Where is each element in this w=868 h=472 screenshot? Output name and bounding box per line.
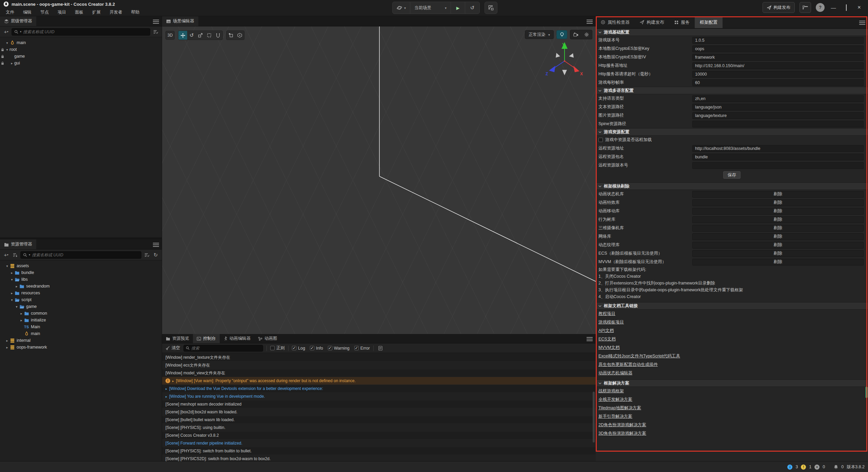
hierarchy-filter-icon[interactable] bbox=[152, 28, 159, 35]
sort-assets-icon[interactable] bbox=[12, 252, 18, 258]
inspector-tab-属性检查器[interactable]: 属性检查器 bbox=[596, 16, 635, 28]
rect-tool-button[interactable] bbox=[205, 31, 214, 40]
link-游戏模板项目[interactable]: 游戏模板项目 bbox=[598, 319, 624, 325]
assets-search[interactable]: ▾ bbox=[20, 251, 141, 259]
remove-module-button[interactable]: 剔除 bbox=[692, 259, 864, 266]
remove-module-button[interactable]: 剔除 bbox=[692, 242, 864, 249]
transform-tool-button[interactable] bbox=[214, 31, 222, 40]
expander-icon[interactable]: ▸ bbox=[14, 284, 19, 288]
scene-viewport[interactable]: 3D ↺ bbox=[162, 26, 596, 334]
expander-icon[interactable]: ▸ bbox=[5, 346, 9, 349]
reload-button[interactable]: ↺ bbox=[465, 2, 479, 14]
console-tab-资源预览[interactable]: 资源预览 bbox=[162, 334, 193, 343]
menu-item-节点[interactable]: 节点 bbox=[36, 9, 53, 15]
console-search-input[interactable] bbox=[191, 346, 261, 351]
filter-checkbox-Error[interactable]: ✓Error bbox=[354, 346, 370, 351]
section-header-docs[interactable]: 框架文档工具链接 bbox=[596, 302, 868, 310]
link-MVVM文档[interactable]: MVVM文档 bbox=[598, 345, 620, 351]
log-row[interactable]: [Scene] [bullet]:bullet wasm lib loaded. bbox=[162, 416, 596, 424]
property-input[interactable]: oops bbox=[692, 45, 864, 52]
assets-menu-icon[interactable] bbox=[153, 242, 159, 248]
search-filter-chevron-icon[interactable]: ▾ bbox=[29, 253, 30, 256]
scene-menu-icon[interactable] bbox=[587, 19, 593, 25]
tree-row-game[interactable]: game bbox=[0, 53, 162, 60]
move-tool-button[interactable] bbox=[178, 31, 187, 40]
link-教程项目[interactable]: 教程项目 bbox=[598, 311, 615, 317]
close-button[interactable]: × bbox=[855, 4, 863, 11]
help-button[interactable]: ? bbox=[816, 3, 825, 12]
property-input[interactable]: 10000 bbox=[692, 71, 864, 78]
log-row[interactable]: [Scene] meshopt wasm decoder initialized bbox=[162, 400, 596, 408]
log-row[interactable]: [Scene] [PHYSICS]: using builtin. bbox=[162, 424, 596, 432]
log-row[interactable]: [Window] ecs文件夹存在 bbox=[162, 361, 596, 369]
hierarchy-tab[interactable]: 层级管理器 bbox=[0, 16, 36, 26]
tree-row-libs[interactable]: ▾libs bbox=[0, 276, 162, 283]
info-count-icon[interactable]: i bbox=[787, 465, 792, 470]
log-row[interactable]: [Scene] [PHYSICS]: switch from builtin t… bbox=[162, 447, 596, 455]
inspector-tab-构建发布[interactable]: 构建发布 bbox=[635, 16, 669, 28]
section-header-solutions[interactable]: 框架解决方案 bbox=[596, 379, 868, 387]
link-战棋游戏框架[interactable]: 战棋游戏框架 bbox=[598, 388, 624, 394]
console-tab-控制台[interactable]: 控制台 bbox=[193, 334, 220, 343]
expander-icon[interactable]: ▾ bbox=[5, 48, 9, 52]
expander-icon[interactable]: ▸ bbox=[9, 291, 14, 295]
remote-load-checkbox-row[interactable]: 游戏中资源是否远程加载 bbox=[596, 136, 868, 144]
toggle-3d-button[interactable]: 3D bbox=[165, 31, 175, 40]
filter-checkbox-Warning[interactable]: ✓Warning bbox=[328, 346, 350, 351]
scene-light-toggle[interactable] bbox=[556, 30, 567, 39]
menu-item-帮助[interactable]: 帮助 bbox=[127, 9, 144, 15]
property-input[interactable] bbox=[692, 121, 864, 127]
property-input[interactable]: language/json bbox=[692, 104, 864, 111]
log-row[interactable]: ▸[Window] Download the Vue Devtools exte… bbox=[162, 385, 596, 393]
scene-settings-gear-icon[interactable] bbox=[581, 30, 592, 39]
tree-row-initialize[interactable]: ▸initialize bbox=[0, 317, 162, 323]
inspector-tab-框架配置[interactable]: 框架配置 bbox=[695, 16, 723, 28]
property-input[interactable]: bundle bbox=[692, 154, 864, 160]
log-row[interactable]: [Scene] [box2d]:box2d wasm lib loaded. bbox=[162, 408, 596, 416]
link-Excel格式转Json文件与TypeScript代码工具[interactable]: Excel格式转Json文件与TypeScript代码工具 bbox=[598, 353, 680, 359]
expander-icon[interactable]: ▾ bbox=[5, 264, 9, 268]
save-button[interactable]: 保存 bbox=[723, 171, 741, 179]
tree-row-common[interactable]: ▸common bbox=[0, 310, 162, 317]
assets-tab[interactable]: 资源管理器 bbox=[0, 239, 36, 249]
bell-icon[interactable] bbox=[834, 465, 838, 469]
link-ECS文档[interactable]: ECS文档 bbox=[598, 336, 616, 342]
scene-tab[interactable]: 场景编辑器 bbox=[162, 16, 198, 26]
tree-row-gui[interactable]: ▸gui bbox=[0, 60, 162, 66]
menu-item-项目[interactable]: 项目 bbox=[53, 9, 71, 15]
tree-row-main[interactable]: main bbox=[0, 330, 162, 337]
remove-module-button[interactable]: 剔除 bbox=[692, 199, 864, 206]
menu-item-扩展[interactable]: 扩展 bbox=[88, 9, 105, 15]
log-row[interactable]: [Window] model_view文件夹存在 bbox=[162, 369, 596, 377]
log-row[interactable]: !▸[Window] [Vue warn]: Property "onInput… bbox=[162, 377, 596, 385]
property-input[interactable]: 1.0.5 bbox=[692, 37, 864, 44]
render-mode-select[interactable]: 正常渲染 ▾ bbox=[525, 30, 554, 39]
tree-row-script[interactable]: ▾script bbox=[0, 296, 162, 303]
link-3D角色扮演游戏解决方案[interactable]: 3D角色扮演游戏解决方案 bbox=[598, 431, 646, 436]
remove-module-button[interactable]: 剔除 bbox=[692, 208, 864, 215]
hierarchy-search[interactable]: ▾ bbox=[12, 28, 150, 36]
preview-device-button[interactable] bbox=[485, 2, 497, 14]
remove-module-button[interactable]: 剔除 bbox=[692, 250, 864, 257]
open-project-folder-button[interactable] bbox=[800, 2, 811, 13]
expander-icon[interactable]: ▸ bbox=[9, 271, 14, 275]
section-header-game-base[interactable]: 游戏基础配置 bbox=[596, 28, 868, 36]
clear-console-button[interactable]: 清空 bbox=[165, 345, 180, 351]
remove-module-button[interactable]: 剔除 bbox=[692, 191, 864, 198]
log-row[interactable]: [Window] render_texture文件夹存在 bbox=[162, 354, 596, 361]
menu-item-编辑[interactable]: 编辑 bbox=[19, 9, 36, 15]
link-Tiledmap地图解决方案[interactable]: Tiledmap地图解决方案 bbox=[598, 405, 641, 411]
warning-count-icon[interactable]: ! bbox=[801, 465, 806, 470]
tree-row-seedrandom[interactable]: ▸seedrandom bbox=[0, 283, 162, 290]
section-header-game-lang[interactable]: 游戏多语言配置 bbox=[596, 87, 868, 94]
remove-module-button[interactable]: 剔除 bbox=[692, 225, 864, 232]
coordinate-mode-button[interactable] bbox=[235, 31, 244, 40]
expander-icon[interactable]: ▸ bbox=[19, 318, 24, 322]
expander-icon[interactable]: ▾ bbox=[14, 305, 19, 309]
log-row[interactable]: [Scene] [PHYSICS2D]: switch from box2d-w… bbox=[162, 455, 596, 461]
scene-select[interactable]: 当前场景 ▾ bbox=[410, 2, 451, 14]
link-2D角色扮演游戏解决方案[interactable]: 2D角色扮演游戏解决方案 bbox=[598, 422, 646, 428]
expander-icon[interactable]: ▾ bbox=[9, 298, 14, 302]
minimize-button[interactable]: — bbox=[829, 5, 837, 11]
assets-search-input[interactable] bbox=[32, 253, 139, 257]
